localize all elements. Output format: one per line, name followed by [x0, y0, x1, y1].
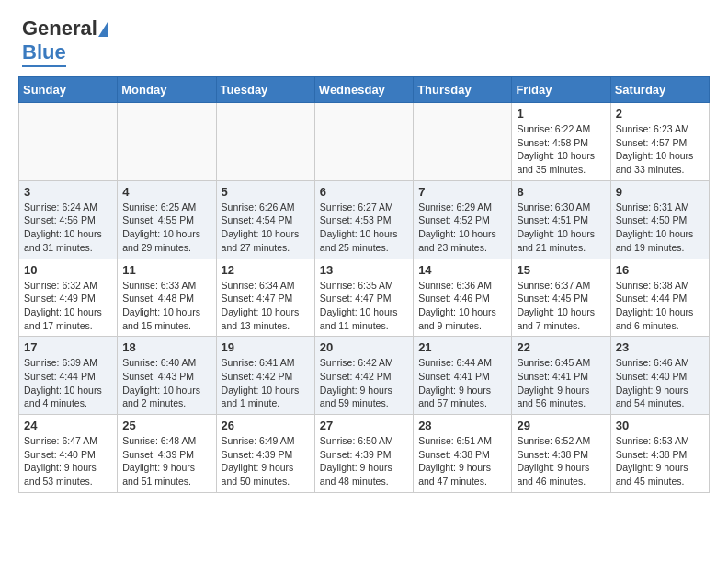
day-number: 11: [122, 263, 210, 277]
calendar-day-cell: 21Sunrise: 6:44 AM Sunset: 4:41 PM Dayli…: [414, 337, 512, 415]
day-info: Sunrise: 6:52 AM Sunset: 4:38 PM Dayligh…: [517, 434, 605, 488]
day-info: Sunrise: 6:46 AM Sunset: 4:40 PM Dayligh…: [616, 356, 704, 410]
day-number: 26: [222, 419, 310, 432]
day-info: Sunrise: 6:40 AM Sunset: 4:43 PM Dayligh…: [122, 356, 210, 410]
calendar-day-cell: 15Sunrise: 6:37 AM Sunset: 4:45 PM Dayli…: [512, 259, 610, 337]
day-number: 6: [320, 185, 408, 199]
day-info: Sunrise: 6:29 AM Sunset: 4:52 PM Dayligh…: [418, 201, 506, 255]
day-number: 17: [24, 340, 112, 354]
day-number: 28: [418, 419, 506, 432]
day-number: 15: [517, 263, 605, 277]
day-info: Sunrise: 6:39 AM Sunset: 4:44 PM Dayligh…: [24, 356, 112, 410]
calendar-day-cell: 16Sunrise: 6:38 AM Sunset: 4:44 PM Dayli…: [610, 259, 709, 337]
day-info: Sunrise: 6:42 AM Sunset: 4:42 PM Dayligh…: [320, 356, 408, 410]
day-number: 19: [222, 340, 310, 354]
day-number: 20: [320, 340, 408, 354]
weekday-header-tuesday: Tuesday: [216, 77, 314, 103]
calendar-day-cell: 12Sunrise: 6:34 AM Sunset: 4:47 PM Dayli…: [216, 259, 314, 337]
weekday-header-sunday: Sunday: [19, 77, 118, 103]
calendar-week-1: 1Sunrise: 6:22 AM Sunset: 4:58 PM Daylig…: [19, 103, 710, 181]
calendar-day-cell: 7Sunrise: 6:29 AM Sunset: 4:52 PM Daylig…: [414, 180, 512, 259]
day-number: 10: [24, 263, 112, 277]
calendar-day-cell: 28Sunrise: 6:51 AM Sunset: 4:38 PM Dayli…: [414, 415, 512, 493]
day-info: Sunrise: 6:51 AM Sunset: 4:38 PM Dayligh…: [418, 434, 506, 488]
day-number: 27: [320, 419, 408, 432]
day-info: Sunrise: 6:31 AM Sunset: 4:50 PM Dayligh…: [616, 201, 704, 255]
day-info: Sunrise: 6:47 AM Sunset: 4:40 PM Dayligh…: [24, 434, 112, 488]
day-number: 21: [418, 340, 506, 354]
calendar-day-cell: 26Sunrise: 6:49 AM Sunset: 4:39 PM Dayli…: [216, 415, 314, 493]
calendar-week-2: 3Sunrise: 6:24 AM Sunset: 4:56 PM Daylig…: [19, 180, 710, 259]
day-number: 8: [517, 185, 605, 199]
calendar-day-cell: [216, 103, 314, 181]
calendar-day-cell: 9Sunrise: 6:31 AM Sunset: 4:50 PM Daylig…: [610, 180, 709, 259]
day-info: Sunrise: 6:32 AM Sunset: 4:49 PM Dayligh…: [24, 279, 112, 333]
day-info: Sunrise: 6:30 AM Sunset: 4:51 PM Dayligh…: [517, 201, 605, 255]
calendar-day-cell: [314, 103, 413, 181]
day-number: 16: [616, 263, 704, 277]
calendar-day-cell: 3Sunrise: 6:24 AM Sunset: 4:56 PM Daylig…: [19, 180, 118, 259]
day-number: 24: [24, 419, 112, 432]
day-info: Sunrise: 6:53 AM Sunset: 4:38 PM Dayligh…: [616, 434, 704, 488]
day-number: 5: [222, 185, 310, 199]
calendar-day-cell: 30Sunrise: 6:53 AM Sunset: 4:38 PM Dayli…: [610, 415, 709, 493]
day-number: 12: [222, 263, 310, 277]
day-info: Sunrise: 6:26 AM Sunset: 4:54 PM Dayligh…: [222, 201, 310, 255]
weekday-header-friday: Friday: [512, 77, 610, 103]
calendar-day-cell: 22Sunrise: 6:45 AM Sunset: 4:41 PM Dayli…: [512, 337, 610, 415]
calendar-day-cell: 4Sunrise: 6:25 AM Sunset: 4:55 PM Daylig…: [118, 180, 216, 259]
calendar-day-cell: 11Sunrise: 6:33 AM Sunset: 4:48 PM Dayli…: [118, 259, 216, 337]
calendar-day-cell: 20Sunrise: 6:42 AM Sunset: 4:42 PM Dayli…: [314, 337, 413, 415]
day-info: Sunrise: 6:35 AM Sunset: 4:47 PM Dayligh…: [320, 279, 408, 333]
day-number: 18: [122, 340, 210, 354]
day-info: Sunrise: 6:33 AM Sunset: 4:48 PM Dayligh…: [122, 279, 210, 333]
day-info: Sunrise: 6:24 AM Sunset: 4:56 PM Dayligh…: [24, 201, 112, 255]
calendar-day-cell: 27Sunrise: 6:50 AM Sunset: 4:39 PM Dayli…: [314, 415, 413, 493]
calendar-day-cell: 23Sunrise: 6:46 AM Sunset: 4:40 PM Dayli…: [610, 337, 709, 415]
calendar-day-cell: 1Sunrise: 6:22 AM Sunset: 4:58 PM Daylig…: [512, 103, 610, 181]
calendar-day-cell: 2Sunrise: 6:23 AM Sunset: 4:57 PM Daylig…: [610, 103, 709, 181]
day-info: Sunrise: 6:37 AM Sunset: 4:45 PM Dayligh…: [517, 279, 605, 333]
calendar-day-cell: 5Sunrise: 6:26 AM Sunset: 4:54 PM Daylig…: [216, 180, 314, 259]
weekday-header-row: SundayMondayTuesdayWednesdayThursdayFrid…: [19, 77, 710, 103]
page-header: General Blue: [0, 0, 728, 76]
day-info: Sunrise: 6:23 AM Sunset: 4:57 PM Dayligh…: [616, 122, 704, 177]
day-info: Sunrise: 6:41 AM Sunset: 4:42 PM Dayligh…: [222, 356, 310, 410]
calendar-day-cell: 6Sunrise: 6:27 AM Sunset: 4:53 PM Daylig…: [314, 180, 413, 259]
day-number: 9: [616, 185, 704, 199]
calendar-day-cell: 24Sunrise: 6:47 AM Sunset: 4:40 PM Dayli…: [19, 415, 118, 493]
logo-triangle-icon: [98, 22, 108, 37]
calendar-day-cell: 14Sunrise: 6:36 AM Sunset: 4:46 PM Dayli…: [414, 259, 512, 337]
calendar-day-cell: 13Sunrise: 6:35 AM Sunset: 4:47 PM Dayli…: [314, 259, 413, 337]
day-number: 30: [616, 419, 704, 432]
logo-general-text: General: [22, 17, 97, 40]
day-info: Sunrise: 6:34 AM Sunset: 4:47 PM Dayligh…: [222, 279, 310, 333]
day-number: 14: [418, 263, 506, 277]
calendar-day-cell: 17Sunrise: 6:39 AM Sunset: 4:44 PM Dayli…: [19, 337, 118, 415]
weekday-header-wednesday: Wednesday: [314, 77, 413, 103]
weekday-header-saturday: Saturday: [610, 77, 709, 103]
day-number: 25: [122, 419, 210, 432]
calendar-week-5: 24Sunrise: 6:47 AM Sunset: 4:40 PM Dayli…: [19, 415, 710, 493]
day-number: 4: [122, 185, 210, 199]
calendar-day-cell: [414, 103, 512, 181]
calendar-body: 1Sunrise: 6:22 AM Sunset: 4:58 PM Daylig…: [19, 103, 710, 493]
day-info: Sunrise: 6:45 AM Sunset: 4:41 PM Dayligh…: [517, 356, 605, 410]
logo-blue-text: Blue: [22, 40, 66, 64]
calendar-day-cell: 29Sunrise: 6:52 AM Sunset: 4:38 PM Dayli…: [512, 415, 610, 493]
logo: General Blue: [22, 17, 108, 67]
calendar-day-cell: 25Sunrise: 6:48 AM Sunset: 4:39 PM Dayli…: [118, 415, 216, 493]
day-info: Sunrise: 6:36 AM Sunset: 4:46 PM Dayligh…: [418, 279, 506, 333]
calendar-day-cell: 10Sunrise: 6:32 AM Sunset: 4:49 PM Dayli…: [19, 259, 118, 337]
calendar-header: SundayMondayTuesdayWednesdayThursdayFrid…: [19, 77, 710, 103]
day-info: Sunrise: 6:44 AM Sunset: 4:41 PM Dayligh…: [418, 356, 506, 410]
calendar-day-cell: 19Sunrise: 6:41 AM Sunset: 4:42 PM Dayli…: [216, 337, 314, 415]
day-number: 2: [616, 107, 704, 121]
day-info: Sunrise: 6:27 AM Sunset: 4:53 PM Dayligh…: [320, 201, 408, 255]
day-info: Sunrise: 6:49 AM Sunset: 4:39 PM Dayligh…: [222, 434, 310, 488]
day-info: Sunrise: 6:25 AM Sunset: 4:55 PM Dayligh…: [122, 201, 210, 255]
calendar-day-cell: 8Sunrise: 6:30 AM Sunset: 4:51 PM Daylig…: [512, 180, 610, 259]
calendar-week-4: 17Sunrise: 6:39 AM Sunset: 4:44 PM Dayli…: [19, 337, 710, 415]
weekday-header-thursday: Thursday: [414, 77, 512, 103]
day-number: 13: [320, 263, 408, 277]
